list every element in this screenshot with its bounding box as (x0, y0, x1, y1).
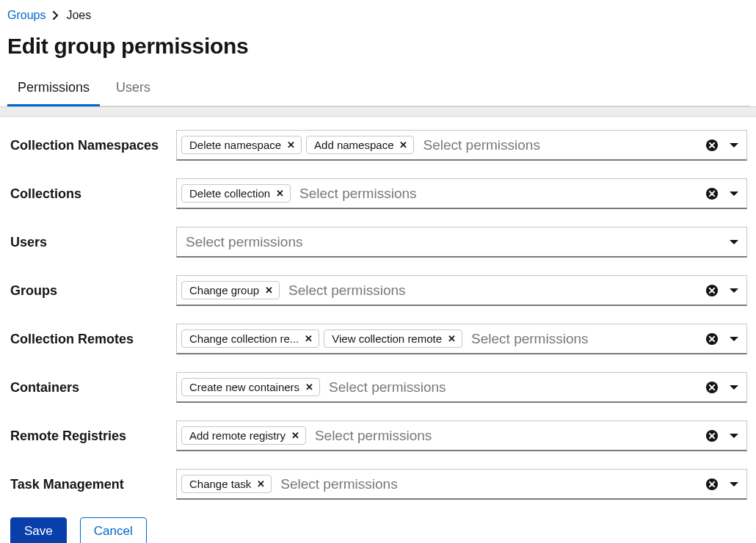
chip: Add remote registry ✕ (181, 426, 306, 445)
row-label: Users (9, 235, 176, 250)
chevron-down-icon[interactable] (729, 142, 739, 149)
row-label: Collections (9, 186, 176, 202)
chip-label: Create new containers (189, 381, 299, 393)
tabs: Permissions Users (6, 73, 750, 106)
select-placeholder: Select permissions (276, 476, 701, 492)
permissions-form: Collection Namespaces Delete namespace ✕… (0, 117, 756, 543)
close-icon[interactable]: ✕ (305, 334, 313, 343)
clear-all-icon[interactable] (705, 139, 719, 152)
clear-all-icon[interactable] (705, 478, 719, 491)
cancel-button[interactable]: Cancel (80, 517, 147, 543)
page-title: Edit group permissions (7, 34, 750, 59)
row-label: Task Management (9, 477, 176, 492)
select-containers[interactable]: Create new containers ✕ Select permissio… (176, 372, 747, 403)
row-containers: Containers Create new containers ✕ Selec… (9, 372, 747, 403)
clear-all-icon[interactable] (705, 381, 719, 394)
row-label: Remote Registries (9, 429, 176, 444)
select-collections[interactable]: Delete collection ✕ Select permissions (176, 178, 747, 209)
chip-label: Add namespace (314, 139, 393, 151)
breadcrumb-current: Joes (66, 9, 91, 22)
row-label: Collection Namespaces (9, 138, 176, 153)
chip: Change collection re... ✕ (181, 329, 319, 348)
select-placeholder: Select permissions (418, 137, 701, 153)
select-placeholder: Select permissions (324, 379, 701, 396)
select-remote-registries[interactable]: Add remote registry ✕ Select permissions (176, 420, 747, 451)
row-groups: Groups Change group ✕ Select permissions (9, 275, 747, 306)
close-icon[interactable]: ✕ (287, 140, 295, 150)
select-placeholder: Select permissions (310, 428, 701, 444)
close-icon[interactable]: ✕ (257, 479, 265, 489)
row-collection-remotes: Collection Remotes Change collection re.… (9, 324, 747, 354)
row-task-management: Task Management Change task ✕ Select per… (9, 469, 747, 500)
select-placeholder: Select permissions (467, 331, 701, 347)
breadcrumb-root-link[interactable]: Groups (7, 9, 46, 22)
chip-label: Change group (189, 284, 259, 296)
tab-users[interactable]: Users (106, 74, 161, 106)
chevron-down-icon[interactable] (729, 335, 739, 343)
clear-all-icon[interactable] (705, 332, 719, 346)
chip: Change group ✕ (181, 281, 280, 299)
clear-all-icon[interactable] (705, 284, 719, 297)
close-icon[interactable]: ✕ (265, 285, 273, 295)
clear-all-icon[interactable] (705, 429, 719, 442)
chip-label: View collection remote (332, 332, 442, 345)
chevron-down-icon[interactable] (729, 287, 739, 294)
chip: View collection remote ✕ (324, 329, 462, 348)
chevron-down-icon[interactable] (729, 481, 739, 488)
chip: Delete namespace ✕ (181, 136, 302, 154)
chip-label: Delete namespace (189, 139, 281, 151)
select-users[interactable]: Select permissions (176, 227, 747, 258)
clear-all-icon[interactable] (705, 187, 719, 200)
select-task-management[interactable]: Change task ✕ Select permissions (176, 469, 747, 500)
close-icon[interactable]: ✕ (399, 140, 407, 150)
chip-label: Add remote registry (189, 429, 286, 442)
chevron-down-icon[interactable] (729, 432, 739, 440)
chip: Add namespace ✕ (306, 136, 414, 154)
chip: Delete collection ✕ (181, 184, 291, 203)
chip-label: Change task (189, 478, 251, 490)
row-collections: Collections Delete collection ✕ Select p… (9, 178, 747, 209)
chevron-down-icon[interactable] (729, 190, 739, 197)
chip-label: Delete collection (189, 187, 270, 200)
row-users: Users Select permissions (9, 227, 747, 258)
chip-label: Change collection re... (189, 332, 299, 345)
close-icon[interactable]: ✕ (305, 382, 313, 392)
row-label: Groups (9, 283, 176, 299)
select-placeholder: Select permissions (295, 186, 701, 202)
chevron-down-icon[interactable] (729, 238, 739, 246)
close-icon[interactable]: ✕ (448, 334, 456, 343)
chevron-right-icon (53, 11, 59, 20)
close-icon[interactable]: ✕ (291, 431, 299, 440)
chevron-down-icon[interactable] (729, 384, 739, 391)
select-collection-namespaces[interactable]: Delete namespace ✕ Add namespace ✕ Selec… (176, 130, 747, 161)
row-remote-registries: Remote Registries Add remote registry ✕ … (9, 420, 747, 451)
select-placeholder: Select permissions (284, 283, 701, 299)
breadcrumb: Groups Joes (6, 6, 750, 31)
tab-permissions[interactable]: Permissions (7, 74, 100, 106)
row-label: Collection Remotes (9, 332, 176, 347)
save-button[interactable]: Save (10, 517, 67, 543)
select-groups[interactable]: Change group ✕ Select permissions (176, 275, 747, 306)
row-collection-namespaces: Collection Namespaces Delete namespace ✕… (9, 130, 747, 161)
chip: Change task ✕ (181, 475, 272, 493)
row-label: Containers (9, 380, 176, 396)
select-collection-remotes[interactable]: Change collection re... ✕ View collectio… (176, 324, 747, 354)
button-row: Save Cancel (9, 517, 747, 543)
close-icon[interactable]: ✕ (276, 189, 284, 198)
divider-band (0, 106, 756, 117)
chip: Create new containers ✕ (181, 378, 320, 396)
select-placeholder: Select permissions (181, 234, 724, 250)
